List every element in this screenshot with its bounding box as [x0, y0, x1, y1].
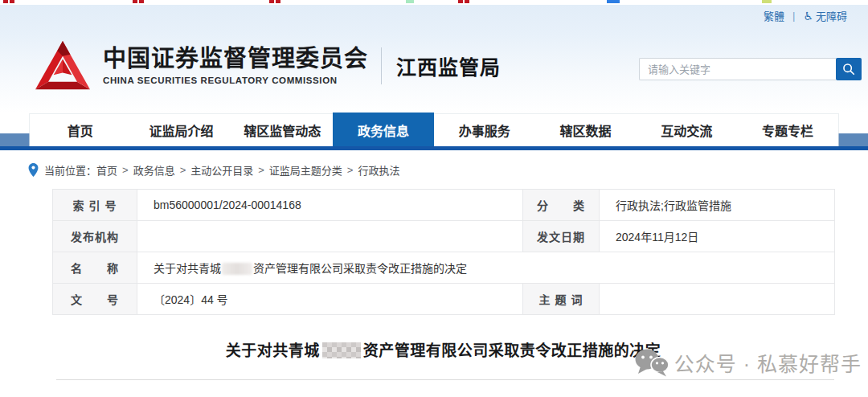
- wheelchair-icon: ♿: [803, 10, 813, 23]
- search-box: [639, 58, 862, 80]
- utility-bar: 繁體 | ♿无障碍: [0, 5, 868, 26]
- article-title: 关于对共青城资产管理有限公司采取责令改正措施的决定: [52, 338, 834, 360]
- tab-favicon-artifact: [10, 0, 14, 3]
- tab-favicon-artifact: [762, 0, 772, 3]
- keywords-label: 主 题 词: [523, 284, 600, 315]
- tab-favicon-artifact: [139, 0, 144, 3]
- tab-favicon-artifact: [465, 0, 469, 3]
- utility-divider: |: [792, 10, 795, 22]
- breadcrumb-home[interactable]: 首页: [96, 162, 117, 178]
- document-number-value: 〔2024〕44 号: [137, 284, 523, 315]
- main-navigation: 首页 证监局介绍 辖区监管动态 政务信息 办事服务 辖区数据 互动交流 专题专栏: [0, 113, 868, 150]
- breadcrumb-open-directory[interactable]: 主动公开目录: [190, 162, 253, 178]
- csrc-logo-icon: [32, 39, 93, 92]
- nav-item-special-topics[interactable]: 专题专栏: [737, 114, 838, 146]
- breadcrumb-prefix: 当前位置：: [44, 162, 96, 178]
- issuing-agency-value: [137, 221, 523, 252]
- search-input[interactable]: [639, 58, 836, 80]
- nav-item-bureau-intro[interactable]: 证监局介绍: [131, 114, 232, 146]
- table-row: 文 号 〔2024〕44 号 主 题 词: [53, 284, 835, 315]
- index-number-value: bm56000001/2024-00014168: [137, 190, 523, 221]
- tab-favicon-artifact: [607, 0, 620, 3]
- breadcrumb-topic-category[interactable]: 证监局主题分类: [269, 162, 342, 178]
- nav-bottom-strip: [0, 146, 868, 150]
- traditional-chinese-link[interactable]: 繁體: [764, 8, 784, 23]
- article-body: 关于对共青城资产管理有限公司采取责令改正措施的决定: [52, 338, 834, 360]
- site-header: 繁體 | ♿无障碍 中国证券监督管理委员会 CHINA SECURITIES R…: [0, 5, 868, 113]
- breadcrumb-separator: >: [122, 164, 129, 176]
- accessibility-link[interactable]: ♿无障碍: [803, 8, 847, 23]
- breadcrumb-separator: >: [180, 164, 186, 176]
- nav-item-interaction[interactable]: 互动交流: [637, 114, 738, 146]
- tab-favicon-artifact: [458, 0, 463, 3]
- nav-item-services[interactable]: 办事服务: [434, 114, 535, 146]
- nav-item-regional-data[interactable]: 辖区数据: [535, 114, 637, 146]
- location-pin-icon: [28, 163, 39, 177]
- issue-date-value: 2024年11月12日: [600, 221, 835, 252]
- tab-favicon-artifact: [3, 0, 8, 3]
- table-row: 名 称 关于对共青城资产管理有限公司采取责令改正措施的决定: [53, 252, 835, 284]
- document-name-value: 关于对共青城资产管理有限公司采取责令改正措施的决定: [137, 252, 835, 284]
- document-meta-table: 索 引 号 bm56000001/2024-00014168 分 类 行政执法;…: [52, 189, 835, 315]
- breadcrumb: 当前位置： 首页 > 政务信息 > 主动公开目录 > 证监局主题分类 > 行政执…: [0, 150, 868, 189]
- org-title-block: 中国证券监督管理委员会 CHINA SECURITIES REGULATORY …: [103, 47, 368, 86]
- tab-favicon-artifact: [269, 0, 274, 3]
- csrc-jiangxi-page: { "top_bar": { "traditional": "繁體", "sep…: [0, 0, 868, 397]
- keywords-value: [600, 284, 835, 315]
- category-value: 行政执法;行政监管措施: [600, 190, 835, 221]
- breadcrumb-separator: >: [347, 164, 354, 176]
- document-name-label: 名 称: [53, 252, 137, 284]
- nav-bar: 首页 证监局介绍 辖区监管动态 政务信息 办事服务 辖区数据 互动交流 专题专栏: [30, 114, 838, 146]
- document-number-label: 文 号: [53, 284, 137, 315]
- bureau-name: 江西监管局: [396, 51, 501, 80]
- table-row: 发布机构 发文日期 2024年11月12日: [53, 221, 835, 252]
- breadcrumb-separator: >: [258, 164, 264, 176]
- search-icon: [841, 62, 856, 76]
- org-name-cn: 中国证券监督管理委员会: [103, 47, 368, 72]
- redaction-mosaic: [322, 342, 361, 358]
- masthead: 中国证券监督管理委员会 CHINA SECURITIES REGULATORY …: [0, 26, 868, 106]
- table-row: 索 引 号 bm56000001/2024-00014168 分 类 行政执法;…: [53, 190, 835, 221]
- header-divider: [381, 47, 382, 84]
- issue-date-label: 发文日期: [523, 221, 600, 252]
- tab-favicon-artifact: [133, 0, 137, 3]
- tab-favicon-artifact: [406, 0, 414, 3]
- nav-item-government-info[interactable]: 政务信息: [333, 113, 434, 148]
- redaction-blur: [222, 263, 252, 275]
- issuing-agency-label: 发布机构: [53, 221, 137, 252]
- search-button[interactable]: [836, 58, 862, 80]
- org-name-en: CHINA SECURITIES REGULATORY COMMISSION: [103, 76, 368, 85]
- content-divider: [56, 379, 834, 380]
- index-number-label: 索 引 号: [53, 190, 137, 221]
- category-label: 分 类: [523, 190, 600, 221]
- breadcrumb-admin-enforcement[interactable]: 行政执法: [358, 162, 399, 178]
- tab-favicon-artifact: [276, 0, 280, 3]
- nav-item-regional-updates[interactable]: 辖区监管动态: [232, 114, 334, 146]
- nav-item-home[interactable]: 首页: [30, 114, 131, 146]
- breadcrumb-government-info[interactable]: 政务信息: [133, 162, 175, 178]
